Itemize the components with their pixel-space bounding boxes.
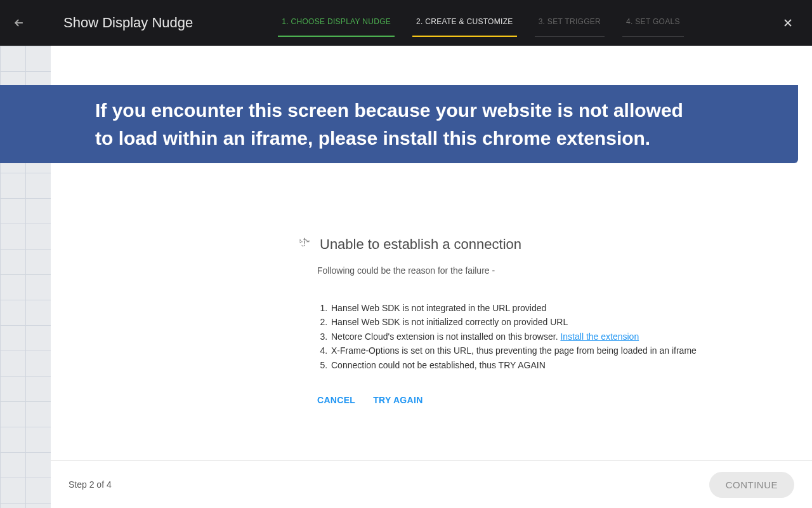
step-choose-display-nudge[interactable]: 1. CHOOSE DISPLAY NUDGE: [282, 0, 391, 46]
error-title: Unable to establish a connection: [320, 236, 521, 253]
reason-item: Netcore Cloud's extension is not install…: [330, 330, 774, 344]
install-extension-link[interactable]: Install the extension: [560, 331, 639, 342]
reason-item: Connection could not be established, thu…: [330, 358, 774, 372]
reason-item: Hansel Web SDK is not initialized correc…: [330, 315, 774, 329]
banner-text: If you encounter this screen because you…: [95, 100, 683, 149]
header-bar: Show Display Nudge 1. CHOOSE DISPLAY NUD…: [0, 0, 812, 46]
wizard-steps: 1. CHOOSE DISPLAY NUDGE 2. CREATE & CUST…: [282, 0, 680, 46]
sync-problem-icon: [298, 237, 311, 252]
close-button[interactable]: [782, 17, 794, 29]
try-again-button[interactable]: TRY AGAIN: [373, 395, 422, 405]
arrow-left-icon: [13, 17, 25, 29]
error-heading-row: Unable to establish a connection: [298, 236, 774, 253]
reason-text: Netcore Cloud's extension is not install…: [331, 331, 560, 342]
step-set-goals[interactable]: 4. SET GOALS: [626, 0, 680, 46]
error-subtitle: Following could be the reason for the fa…: [317, 265, 774, 276]
reason-item: Hansel Web SDK is not integrated in the …: [330, 301, 774, 315]
step-create-customize[interactable]: 2. CREATE & CUSTOMIZE: [416, 0, 513, 46]
failure-reasons-list: Hansel Web SDK is not integrated in the …: [330, 301, 774, 372]
error-actions: CANCEL TRY AGAIN: [317, 395, 774, 405]
page-title: Show Display Nudge: [38, 15, 193, 31]
cancel-button[interactable]: CANCEL: [317, 395, 355, 405]
step-counter: Step 2 of 4: [69, 479, 112, 490]
step-set-trigger[interactable]: 3. SET TRIGGER: [539, 0, 601, 46]
reason-item: X-Frame-Options is set on this URL, thus…: [330, 344, 774, 358]
iframe-warning-banner: If you encounter this screen because you…: [0, 85, 798, 163]
connection-error-block: Unable to establish a connection Followi…: [298, 236, 774, 405]
footer-bar: Step 2 of 4 CONTINUE: [51, 460, 812, 508]
continue-button[interactable]: CONTINUE: [709, 472, 794, 498]
close-icon: [782, 17, 794, 29]
back-button[interactable]: [0, 17, 38, 29]
